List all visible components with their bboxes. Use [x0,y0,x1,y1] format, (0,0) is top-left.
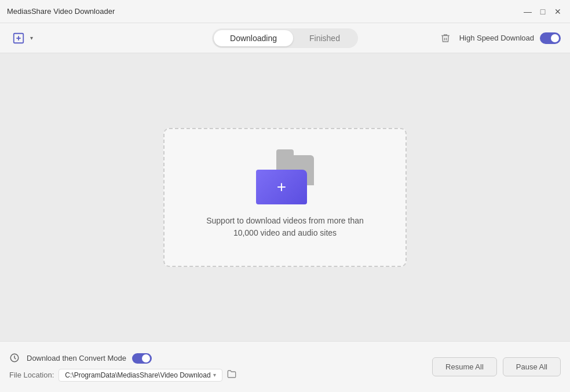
plus-icon: + [277,179,286,195]
chevron-down-icon: ▾ [30,35,33,41]
toolbar-right: High Speed Download [437,30,561,46]
add-download-button[interactable]: ▾ [9,29,33,47]
maximize-button[interactable]: □ [538,6,548,17]
add-icon [9,29,28,47]
clock-icon [9,353,21,364]
file-path-button[interactable]: C:\ProgramData\MediasShare\Video Downloa… [59,369,222,382]
toolbar: ▾ Downloading Finished High Speed Downlo… [0,23,570,53]
resume-all-button[interactable]: Resume All [432,357,497,376]
convert-mode-label: Download then Convert Mode [27,354,126,362]
main-content: + Support to download videos from more t… [0,53,570,341]
empty-state-text: Support to download videos from more tha… [198,215,372,239]
close-button[interactable]: ✕ [553,6,563,17]
file-path-text: C:\ProgramData\MediasShare\Video Downloa… [65,371,210,379]
app-title: MediasShare Video Downloader [7,7,522,16]
high-speed-label: High Speed Download [459,34,534,42]
title-bar: MediasShare Video Downloader — □ ✕ [0,0,570,23]
bottom-main-row: Download then Convert Mode File Location… [9,353,561,382]
folder-front: + [256,170,307,204]
tab-finished[interactable]: Finished [293,30,356,46]
file-location-label: File Location: [9,371,54,379]
pause-all-button[interactable]: Pause All [503,357,561,376]
convert-mode-toggle[interactable] [132,353,152,364]
tab-toggle: Downloading Finished [212,28,358,48]
bottom-bar: Download then Convert Mode File Location… [0,341,570,392]
empty-state-container: + Support to download videos from more t… [163,128,407,267]
convert-mode-row: Download then Convert Mode [9,353,236,364]
high-speed-toggle[interactable] [540,32,561,44]
open-folder-icon[interactable] [227,369,236,380]
tab-downloading[interactable]: Downloading [214,30,293,46]
file-location-row: File Location: C:\ProgramData\MediasShar… [9,369,236,382]
minimize-button[interactable]: — [522,6,533,17]
window-controls: — □ ✕ [522,6,563,17]
chevron-path-icon: ▾ [213,372,216,378]
folder-icon: + [256,155,314,204]
delete-button[interactable] [437,30,454,46]
bottom-actions: Resume All Pause All [432,357,561,376]
